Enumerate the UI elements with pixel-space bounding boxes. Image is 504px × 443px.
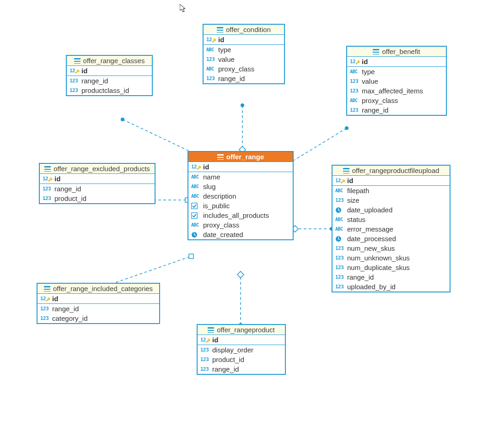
entity-header[interactable]: offer_range xyxy=(188,152,293,162)
column-row[interactable]: 123category_id xyxy=(38,313,159,323)
number-icon: 123 xyxy=(43,186,53,192)
column-row[interactable]: date_created xyxy=(188,230,293,239)
column-row[interactable]: ABCtype xyxy=(204,45,284,54)
column-name: id xyxy=(52,295,58,303)
column-row[interactable]: 123display_order xyxy=(198,345,285,355)
column-row[interactable]: 12🔑id xyxy=(204,35,284,44)
column-row[interactable]: 123product_id xyxy=(40,194,155,203)
column-name: date_created xyxy=(203,231,243,238)
cols-section: 123range_id123product_id xyxy=(40,184,155,203)
column-row[interactable]: 123num_duplicate_skus xyxy=(332,263,450,272)
pk-icon: 12🔑 xyxy=(43,176,53,182)
svg-rect-29 xyxy=(192,203,198,209)
entity-offer_benefit[interactable]: offer_benefit12🔑idABCtype123value123max_… xyxy=(346,46,447,116)
column-row[interactable]: 123range_id xyxy=(332,272,450,282)
column-row[interactable]: ABCdescription xyxy=(188,191,293,201)
column-row[interactable]: 12🔑id xyxy=(332,176,450,185)
column-row[interactable]: 123value xyxy=(204,54,284,64)
svg-rect-19 xyxy=(217,31,223,32)
cols-section: ABCtype123value123max_affected_itemsABCp… xyxy=(347,67,446,115)
erd-canvas[interactable]: offer_range_classes12🔑id123range_id123pr… xyxy=(0,0,504,443)
table-icon xyxy=(44,286,50,292)
entity-header[interactable]: offer_rangeproductfileupload xyxy=(332,166,450,176)
entity-header[interactable]: offer_range_classes xyxy=(67,56,152,66)
cols-section: 123range_id123category_id xyxy=(38,304,159,323)
column-row[interactable]: includes_all_products xyxy=(188,211,293,220)
column-row[interactable]: 123range_id xyxy=(40,184,155,194)
entity-header[interactable]: offer_range_included_categories xyxy=(38,284,159,294)
entity-offer_range[interactable]: offer_range12🔑idABCnameABCslugABCdescrip… xyxy=(188,151,294,240)
column-name: id xyxy=(218,36,224,43)
column-name: is_public xyxy=(203,202,230,210)
column-row[interactable]: date_processed xyxy=(332,234,450,243)
svg-rect-16 xyxy=(74,62,80,63)
column-row[interactable]: 123product_id xyxy=(198,355,285,364)
column-row[interactable]: ABCtype xyxy=(347,67,446,76)
svg-rect-27 xyxy=(217,156,224,157)
column-row[interactable]: 123productclass_id xyxy=(67,86,152,95)
entity-offer_condition[interactable]: offer_condition12🔑idABCtype123valueABCpr… xyxy=(203,24,285,84)
svg-rect-12 xyxy=(237,271,244,278)
cols-section: 123range_id123productclass_id xyxy=(67,76,152,95)
column-row[interactable]: 123uploaded_by_id xyxy=(332,282,450,292)
number-icon: 123 xyxy=(40,306,50,312)
column-name: range_id xyxy=(218,75,245,82)
column-row[interactable]: 12🔑id xyxy=(198,335,285,345)
entity-header[interactable]: offer_range_excluded_products xyxy=(40,164,155,174)
column-row[interactable]: ABCstatus xyxy=(332,215,450,224)
column-row[interactable]: 12🔑id xyxy=(67,66,152,76)
number-icon: 123 xyxy=(335,255,345,261)
entity-offer_rangeproductfileupload[interactable]: offer_rangeproductfileupload12🔑idABCfile… xyxy=(332,165,450,292)
entity-offer_rangeproduct[interactable]: offer_rangeproduct12🔑id123display_order1… xyxy=(197,324,286,375)
column-row[interactable]: 123range_id xyxy=(204,74,284,83)
column-row[interactable]: 123range_id xyxy=(38,304,159,313)
column-row[interactable]: ABCproxy_class xyxy=(204,64,284,74)
column-name: id xyxy=(362,58,368,65)
column-row[interactable]: 12🔑id xyxy=(347,57,446,66)
column-row[interactable]: 123range_id xyxy=(67,76,152,86)
column-name: name xyxy=(203,173,220,181)
column-name: num_unknown_skus xyxy=(347,254,410,262)
svg-rect-24 xyxy=(44,167,51,169)
table-icon xyxy=(217,27,223,32)
pk-section: 12🔑id xyxy=(38,294,159,304)
entity-header[interactable]: offer_condition xyxy=(204,25,284,35)
column-name: size xyxy=(347,196,359,204)
column-row[interactable]: ABCfilepath xyxy=(332,186,450,195)
entity-offer_range_classes[interactable]: offer_range_classes12🔑id123range_id123pr… xyxy=(66,55,153,96)
pk-section: 12🔑id xyxy=(332,176,450,186)
column-row[interactable]: 123range_id xyxy=(198,364,285,374)
column-row[interactable]: 123num_unknown_skus xyxy=(332,253,450,263)
column-row[interactable]: 123value xyxy=(347,76,446,86)
column-name: type xyxy=(362,68,375,76)
column-name: includes_all_products xyxy=(203,211,269,219)
number-icon: 123 xyxy=(43,195,53,201)
column-row[interactable]: ABCname xyxy=(188,172,293,182)
entity-offer_range_excluded_products[interactable]: offer_range_excluded_products12🔑id123ran… xyxy=(39,163,155,204)
column-row[interactable]: is_public xyxy=(188,201,293,211)
entity-title: offer_rangeproductfileupload xyxy=(352,167,440,174)
column-row[interactable]: ABCslug xyxy=(188,182,293,191)
column-row[interactable]: 12🔑id xyxy=(188,162,293,172)
column-row[interactable]: ABCerror_message xyxy=(332,224,450,234)
entity-offer_range_included_categories[interactable]: offer_range_included_categories12🔑id123r… xyxy=(37,283,160,324)
text-icon: ABC xyxy=(335,227,345,232)
column-row[interactable]: 123num_new_skus xyxy=(332,243,450,253)
entity-header[interactable]: offer_rangeproduct xyxy=(198,325,285,335)
column-row[interactable]: 12🔑id xyxy=(38,294,159,303)
column-row[interactable]: 12🔑id xyxy=(40,174,155,184)
pk-section: 12🔑id xyxy=(67,66,152,76)
column-row[interactable]: date_uploaded xyxy=(332,205,450,215)
entity-title: offer_range xyxy=(226,153,264,161)
entity-title: offer_range_included_categories xyxy=(53,285,153,292)
column-name: proxy_class xyxy=(203,221,239,229)
entity-header[interactable]: offer_benefit xyxy=(347,47,446,57)
column-row[interactable]: ABCproxy_class xyxy=(188,220,293,230)
svg-rect-33 xyxy=(44,287,50,289)
column-row[interactable]: 123size xyxy=(332,195,450,205)
column-row[interactable]: 123max_affected_items xyxy=(347,86,446,96)
column-name: error_message xyxy=(347,225,393,233)
column-name: type xyxy=(218,46,231,54)
column-row[interactable]: 123range_id xyxy=(347,105,446,115)
column-row[interactable]: ABCproxy_class xyxy=(347,96,446,105)
